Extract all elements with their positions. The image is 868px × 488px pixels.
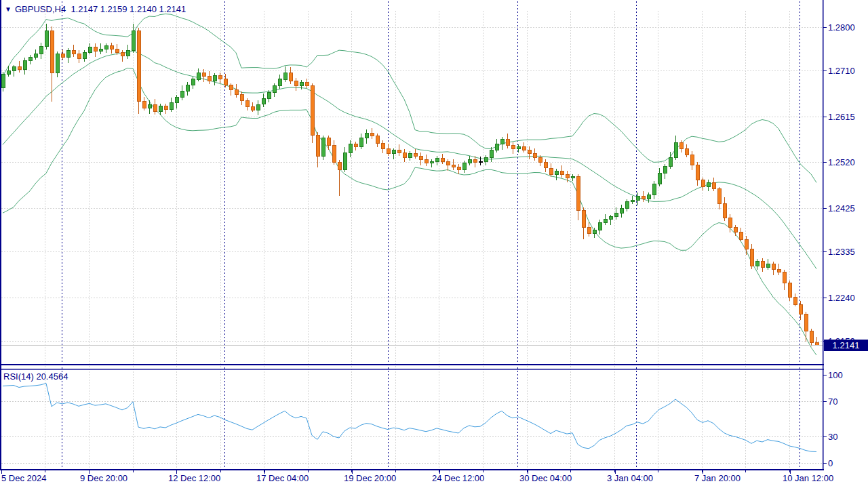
candle-body (278, 79, 281, 86)
candle-body (522, 147, 526, 150)
candle-body (104, 45, 108, 49)
candle-body (750, 249, 753, 266)
chart-canvas[interactable] (0, 0, 868, 488)
candle-body (446, 161, 450, 165)
candle-body (202, 73, 205, 77)
candle-body (56, 54, 59, 73)
candle-body (620, 208, 623, 213)
candle-body (576, 177, 580, 211)
candle-body (582, 211, 585, 228)
candle-body (517, 147, 520, 149)
candle-body (435, 159, 439, 161)
candle-body (23, 61, 26, 70)
candle-body (77, 54, 81, 58)
candle-body (197, 73, 200, 79)
candle-body (745, 239, 748, 249)
candle-body (647, 195, 650, 199)
candle-body (208, 77, 211, 81)
candle-body (403, 152, 406, 157)
candle-body (224, 79, 227, 85)
candle-body (734, 228, 737, 232)
rsi-axis-label: 30 (828, 432, 837, 442)
candle-body (311, 86, 314, 136)
price-axis-label: 1.2710 (828, 66, 855, 76)
candle-body (387, 149, 390, 154)
chart-title: GBPUSD,H4 1.2147 1.2159 1.2140 1.2141 (15, 4, 186, 14)
candle-body (132, 30, 135, 50)
candle-body (707, 182, 710, 186)
candle-body (392, 150, 395, 154)
candle-body (267, 92, 271, 98)
candle-body (658, 173, 661, 184)
candle-body (609, 217, 612, 220)
candle-body (256, 104, 260, 110)
candle-body (419, 157, 422, 160)
candle-body (479, 162, 482, 163)
time-axis-label: 30 Dec 04:00 (519, 473, 572, 483)
candle-body (728, 218, 732, 227)
candle-body (669, 157, 672, 166)
time-axis-label: 24 Dec 12:00 (432, 473, 484, 483)
candle-body (457, 167, 460, 170)
candle-body (468, 160, 471, 163)
candle-body (761, 262, 764, 268)
candle-body (555, 171, 558, 174)
price-axis-label: 1.2425 (828, 203, 855, 214)
candle-body (533, 154, 536, 158)
candle-body (94, 47, 97, 52)
candle-body (39, 47, 43, 54)
candle-body (712, 182, 715, 188)
candle-body (142, 102, 146, 108)
candle-body (625, 202, 629, 208)
symbol-dropdown-icon[interactable]: ▼ (5, 4, 12, 14)
candle-body (7, 70, 10, 75)
candle-body (381, 143, 384, 149)
candle-body (110, 45, 113, 49)
candle-body (739, 232, 743, 240)
candle-body (349, 144, 352, 152)
time-axis-label: 12 Dec 12:00 (168, 473, 220, 483)
candle-body (300, 83, 303, 86)
candle-body (528, 150, 531, 154)
time-axis-label: 5 Dec 2024 (1, 473, 47, 483)
candle-body (12, 66, 16, 70)
candle-body (777, 270, 781, 272)
candle-body (560, 171, 564, 174)
candle-body (153, 104, 157, 112)
candle-body (50, 30, 54, 73)
candle-body (72, 50, 75, 54)
candle-body (137, 30, 140, 102)
candle-body (115, 49, 119, 52)
candle-body (685, 149, 688, 155)
candle-body (332, 146, 336, 163)
candle-body (679, 142, 683, 148)
candle-body (663, 166, 667, 173)
candle-body (159, 106, 162, 112)
candle-body (305, 83, 309, 86)
candle-body (604, 220, 607, 223)
candle-body (500, 139, 504, 144)
candle-body (511, 146, 515, 149)
price-axis-label: 1.2615 (828, 112, 855, 122)
pane-separator-bottom (0, 369, 824, 370)
candle-body (815, 342, 818, 345)
candle-body (408, 154, 412, 158)
candle-body (598, 223, 601, 230)
candle-body (121, 52, 124, 56)
candle-body (175, 97, 178, 102)
price-axis-label: 1.2335 (828, 247, 855, 257)
candle-body (755, 262, 759, 266)
candle-body (83, 52, 86, 58)
candle-body (674, 142, 677, 157)
candle-body (495, 144, 498, 150)
candle-body (354, 144, 357, 146)
candle-body (549, 168, 553, 174)
candle-body (696, 165, 699, 180)
candle-body (804, 314, 808, 331)
left-border (0, 0, 1, 470)
candle-body (164, 106, 167, 109)
price-pane (1, 14, 818, 355)
price-axis-label: 1.2240 (828, 293, 855, 303)
candle-body (148, 104, 151, 108)
candle-body (186, 85, 189, 92)
